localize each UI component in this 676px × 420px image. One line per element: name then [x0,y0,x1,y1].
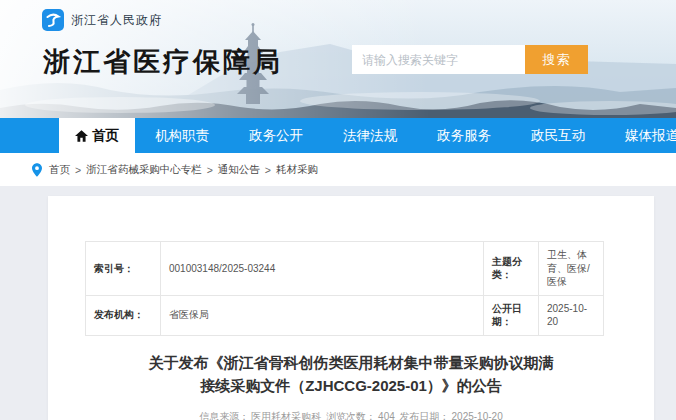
breadcrumb-item-notices[interactable]: 通知公告 [218,163,260,177]
article-title-line1: 关于发布《浙江省骨科创伤类医用耗材集中带量采购协议期满 [88,351,614,374]
breadcrumb-item-home[interactable]: 首页 [49,163,70,177]
site-title: 浙江省医疗保障局 [43,44,283,80]
breadcrumb-item-procurement-center[interactable]: 浙江省药械采购中心专栏 [86,163,202,177]
document-meta-table: 索引号： 001003148/2025-03244 主题分类： 卫生、体育、医保… [85,241,604,336]
nav-item-media[interactable]: 媒体报道 [611,118,676,153]
search-bar: 搜索 [352,45,588,74]
search-button[interactable]: 搜索 [525,45,588,74]
gov-portal-link[interactable]: 浙江省人民政府 [42,9,162,31]
meta-label-topic: 主题分类： [484,242,539,296]
article-title: 关于发布《浙江省骨科创伤类医用耗材集中带量采购协议期满 接续采购文件（ZJHCC… [48,351,654,398]
info-source-value: 医用耗材采购科 [251,411,321,420]
table-row: 索引号： 001003148/2025-03244 主题分类： 卫生、体育、医保… [86,242,604,296]
meta-value-agency: 省医保局 [161,295,484,335]
article-title-line2: 接续采购文件（ZJHCCG-2025-01）》的公告 [88,374,614,397]
nav-item-laws[interactable]: 法律法规 [329,118,411,153]
nav-item-interaction[interactable]: 政民互动 [517,118,599,153]
site-banner: 浙江省人民政府 浙江省医疗保障局 搜索 [0,0,676,118]
meta-value-index: 001003148/2025-03244 [161,242,484,296]
page-background: 索引号： 001003148/2025-03244 主题分类： 卫生、体育、医保… [0,186,676,420]
info-date-label: 发布日期： [400,411,450,420]
gov-portal-label: 浙江省人民政府 [71,12,162,29]
meta-value-open-date: 2025-10-20 [539,295,604,335]
nav-item-services[interactable]: 政务服务 [423,118,505,153]
main-nav: 首页 机构职责 政务公开 法律法规 政务服务 政民互动 媒体报道 [0,118,676,153]
zhejiang-gov-logo-icon [42,9,64,31]
home-icon [75,130,88,142]
meta-label-agency: 发布机构： [86,295,161,335]
breadcrumb-separator: > [265,164,271,176]
search-input[interactable] [352,45,525,74]
nav-item-home[interactable]: 首页 [59,118,135,153]
breadcrumb-separator: > [207,164,213,176]
location-pin-icon [32,163,42,177]
meta-label-open-date: 公开日期： [484,295,539,335]
meta-label-index: 索引号： [86,242,161,296]
info-source-label: 信息来源： [199,411,249,420]
table-row: 发布机构： 省医保局 公开日期： 2025-10-20 [86,295,604,335]
meta-value-topic: 卫生、体育、医保/医保 [539,242,604,296]
breadcrumb-item-consumables[interactable]: 耗材采购 [276,163,318,177]
nav-item-label: 首页 [92,127,119,145]
nav-item-gov-disclosure[interactable]: 政务公开 [235,118,317,153]
breadcrumb-separator: > [75,164,81,176]
article-card: 索引号： 001003148/2025-03244 主题分类： 卫生、体育、医保… [48,196,654,420]
info-views-label: 浏览次数： [326,411,376,420]
info-date-value: 2025-10-20 [452,411,503,420]
article-info-line: 信息来源：医用耗材采购科 浏览次数：404 发布日期：2025-10-20 [48,410,654,420]
nav-item-duties[interactable]: 机构职责 [141,118,223,153]
breadcrumb: 首页 > 浙江省药械采购中心专栏 > 通知公告 > 耗材采购 [0,153,676,186]
info-views-value: 404 [378,411,395,420]
